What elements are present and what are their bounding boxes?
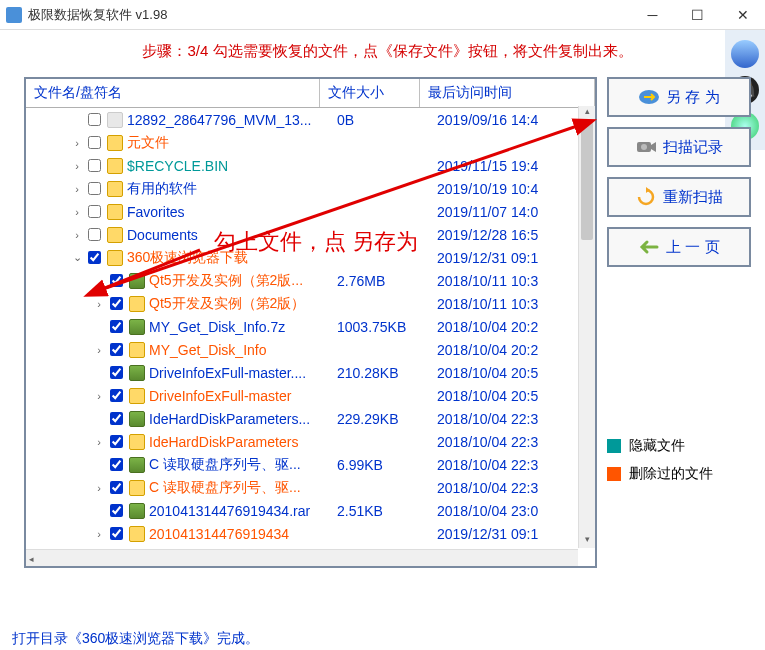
row-checkbox[interactable] [110,527,123,540]
row-checkbox[interactable] [110,435,123,448]
row-checkbox[interactable] [88,251,101,264]
save-as-button[interactable]: 另 存 为 [607,77,751,117]
legend-hidden-swatch [607,439,621,453]
legend: 隐藏文件 删除过的文件 [607,437,751,493]
rar-icon [129,273,145,289]
table-row[interactable]: ›元文件 [26,131,595,154]
row-checkbox[interactable] [88,136,101,149]
file-icon [107,112,123,128]
file-size: 2.76MB [337,273,437,289]
file-list-panel: 文件名/盘符名 文件大小 最后访问时间 12892_28647796_MVM_1… [24,77,597,568]
expand-toggle[interactable]: › [92,344,106,356]
expand-toggle[interactable]: › [70,183,84,195]
table-row[interactable]: 201041314476919434.rar2.51KB2018/10/04 2… [26,499,595,522]
table-row[interactable]: DriveInfoExFull-master....210.28KB2018/1… [26,361,595,384]
file-name: 有用的软件 [127,180,337,198]
expand-toggle[interactable]: › [92,298,106,310]
expand-toggle[interactable]: › [70,160,84,172]
row-checkbox[interactable] [110,343,123,356]
file-list[interactable]: 12892_28647796_MVM_13...0B2019/09/16 14:… [26,108,595,566]
table-row[interactable]: ⌄360极速浏览器下载2019/12/31 09:1 [26,246,595,269]
table-row[interactable]: ›C 读取硬盘序列号、驱...2018/10/04 22:3 [26,476,595,499]
scroll-up-icon[interactable]: ▴ [579,106,595,120]
row-checkbox[interactable] [88,205,101,218]
table-row[interactable]: ›Documents2019/12/28 16:5 [26,223,595,246]
row-checkbox[interactable] [110,481,123,494]
close-button[interactable]: ✕ [720,0,765,30]
row-checkbox[interactable] [110,504,123,517]
file-date: 2019/12/31 09:1 [437,526,538,542]
scroll-thumb[interactable] [581,120,593,240]
file-name: $RECYCLE.BIN [127,158,337,174]
file-size: 229.29KB [337,411,437,427]
rar-icon [129,503,145,519]
refresh-icon [635,188,657,206]
legend-deleted-label: 删除过的文件 [629,465,713,483]
folder-icon [129,434,145,450]
window-title: 极限数据恢复软件 v1.98 [28,6,630,24]
file-date: 2019/11/07 14:0 [437,204,538,220]
scroll-left-icon[interactable]: ◂ [29,554,34,564]
minimize-button[interactable]: ─ [630,0,675,30]
expand-toggle[interactable]: ⌄ [70,251,84,264]
file-date: 2018/10/11 10:3 [437,296,538,312]
row-checkbox[interactable] [110,274,123,287]
file-date: 2018/10/04 20:2 [437,319,538,335]
folder-icon [129,388,145,404]
col-size-header[interactable]: 文件大小 [320,79,420,107]
row-checkbox[interactable] [110,458,123,471]
row-checkbox[interactable] [88,113,101,126]
col-date-header[interactable]: 最后访问时间 [420,79,595,107]
file-name: Qt5开发及实例（第2版） [149,295,337,313]
row-checkbox[interactable] [110,412,123,425]
file-date: 2018/10/04 22:3 [437,434,538,450]
table-row[interactable]: 12892_28647796_MVM_13...0B2019/09/16 14:… [26,108,595,131]
table-row[interactable]: ›Qt5开发及实例（第2版）2018/10/11 10:3 [26,292,595,315]
prev-page-button[interactable]: 上 一 页 [607,227,751,267]
table-row[interactable]: MY_Get_Disk_Info.7z1003.75KB2018/10/04 2… [26,315,595,338]
file-size: 1003.75KB [337,319,437,335]
expand-toggle[interactable]: › [70,206,84,218]
rar-icon [129,411,145,427]
row-checkbox[interactable] [110,366,123,379]
file-size: 2.51KB [337,503,437,519]
file-name: Documents [127,227,337,243]
file-date: 2019/09/16 14:4 [437,112,538,128]
row-checkbox[interactable] [88,159,101,172]
table-row[interactable]: ›MY_Get_Disk_Info2018/10/04 20:2 [26,338,595,361]
scroll-down-icon[interactable]: ▾ [579,534,595,548]
table-row[interactable]: ›DriveInfoExFull-master2018/10/04 20:5 [26,384,595,407]
expand-toggle[interactable]: › [92,482,106,494]
expand-toggle[interactable]: › [92,528,106,540]
table-row[interactable]: IdeHardDiskParameters...229.29KB2018/10/… [26,407,595,430]
expand-toggle[interactable]: › [92,436,106,448]
row-checkbox[interactable] [110,389,123,402]
file-name: C 读取硬盘序列号、驱... [149,479,337,497]
status-bar: 打开目录《360极速浏览器下载》完成。 [12,630,259,648]
file-name: MY_Get_Disk_Info [149,342,337,358]
svg-point-2 [641,144,647,150]
table-row[interactable]: Qt5开发及实例（第2版...2.76MB2018/10/11 10:3 [26,269,595,292]
table-row[interactable]: ›2010413144769194342019/12/31 09:1 [26,522,595,545]
table-row[interactable]: ›$RECYCLE.BIN2019/11/15 19:4 [26,154,595,177]
vertical-scrollbar[interactable]: ▴ ▾ [578,106,595,548]
maximize-button[interactable]: ☐ [675,0,720,30]
expand-toggle[interactable]: › [70,229,84,241]
row-checkbox[interactable] [110,320,123,333]
row-checkbox[interactable] [88,228,101,241]
table-row[interactable]: ›Favorites2019/11/07 14:0 [26,200,595,223]
file-name: 201041314476919434.rar [149,503,337,519]
expand-toggle[interactable]: › [92,390,106,402]
file-date: 2018/10/04 22:3 [437,411,538,427]
col-name-header[interactable]: 文件名/盘符名 [26,79,320,107]
rescan-button[interactable]: 重新扫描 [607,177,751,217]
table-row[interactable]: ›有用的软件2019/10/19 10:4 [26,177,595,200]
table-row[interactable]: C 读取硬盘序列号、驱...6.99KB2018/10/04 22:3 [26,453,595,476]
horizontal-scrollbar[interactable]: ◂ [26,549,578,566]
expand-toggle[interactable]: › [70,137,84,149]
row-checkbox[interactable] [110,297,123,310]
rar-icon [129,365,145,381]
table-row[interactable]: ›IdeHardDiskParameters2018/10/04 22:3 [26,430,595,453]
row-checkbox[interactable] [88,182,101,195]
scan-log-button[interactable]: 扫描记录 [607,127,751,167]
